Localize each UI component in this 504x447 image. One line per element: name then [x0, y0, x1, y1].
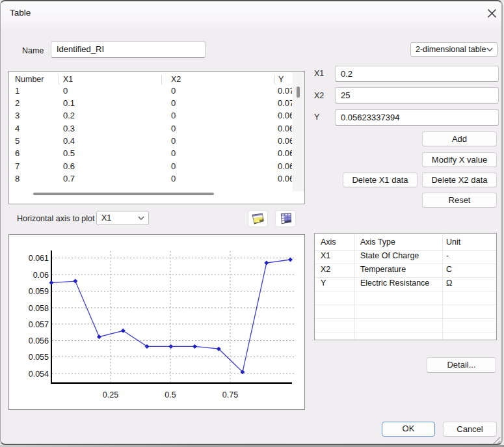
svg-text:0.059: 0.059 — [29, 287, 49, 296]
svg-text:0.055: 0.055 — [29, 353, 49, 362]
svg-text:0.5: 0.5 — [165, 390, 176, 400]
svg-text:0.25: 0.25 — [103, 390, 118, 400]
svg-text:0.054: 0.054 — [29, 370, 49, 379]
svg-text:0.056: 0.056 — [29, 336, 49, 345]
svg-text:0.061: 0.061 — [29, 254, 49, 263]
svg-text:0.06: 0.06 — [33, 271, 49, 280]
svg-text:0.057: 0.057 — [29, 320, 49, 329]
svg-text:0.058: 0.058 — [29, 304, 49, 313]
svg-text:0.75: 0.75 — [222, 390, 238, 400]
